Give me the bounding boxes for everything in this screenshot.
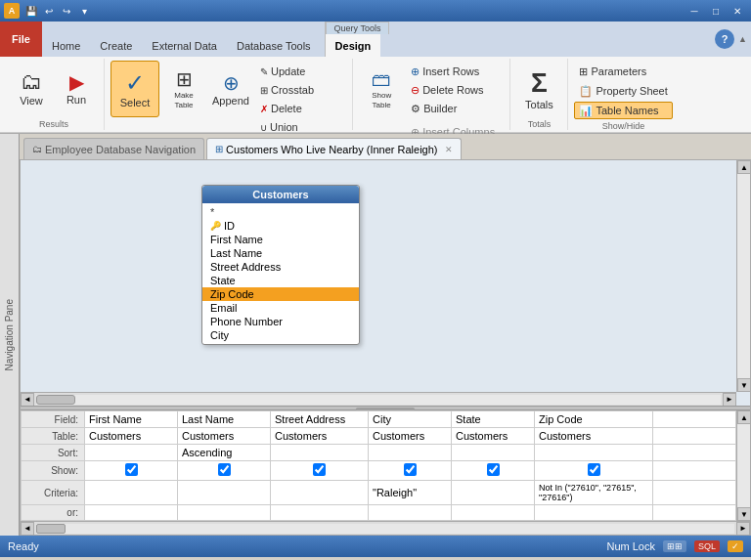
tab-employee-nav[interactable]: 🗂 Employee Database Navigation xyxy=(23,138,204,159)
make-table-button[interactable]: ⊞ MakeTable xyxy=(161,61,206,117)
status-icon-extra[interactable]: ✓ xyxy=(728,540,743,552)
cell-or-3[interactable] xyxy=(369,505,452,521)
navigation-pane[interactable]: Navigation Pane xyxy=(0,134,20,536)
minimize-button[interactable]: ─ xyxy=(685,3,704,19)
cell-sort-0[interactable] xyxy=(85,445,178,461)
cell-table-1[interactable]: Customers xyxy=(178,428,271,445)
qat-save[interactable]: 💾 xyxy=(23,3,39,19)
vscroll-up[interactable]: ▲ xyxy=(737,160,750,174)
cell-criteria-2[interactable] xyxy=(271,481,369,505)
qat-undo[interactable]: ↩ xyxy=(41,3,57,19)
cell-sort-4[interactable] xyxy=(452,445,535,461)
tab-external-data[interactable]: External Data xyxy=(142,34,227,57)
show-check-4[interactable] xyxy=(487,463,500,476)
field-zip-code[interactable]: Zip Code xyxy=(202,287,359,301)
view-button[interactable]: 🗂 View xyxy=(10,61,53,117)
field-email[interactable]: Email xyxy=(202,301,359,315)
grid-vscroll-down[interactable]: ▼ xyxy=(737,507,750,521)
grid-hscroll-left[interactable]: ◄ xyxy=(21,522,34,536)
show-check-2[interactable] xyxy=(313,463,326,476)
ribbon-collapse[interactable]: ▲ xyxy=(738,34,747,44)
grid-hscroll[interactable]: ◄ ► xyxy=(21,521,750,535)
cell-field-3[interactable]: City xyxy=(369,411,452,428)
help-button[interactable]: ? xyxy=(715,29,734,49)
hscroll-right[interactable]: ► xyxy=(723,393,736,407)
vscroll-down[interactable]: ▼ xyxy=(737,378,750,392)
field-asterisk[interactable]: * xyxy=(202,205,359,219)
cell-table-4[interactable]: Customers xyxy=(452,428,535,445)
cell-show-3[interactable] xyxy=(369,461,452,481)
show-check-1[interactable] xyxy=(218,463,231,476)
cell-field-2[interactable]: Street Address xyxy=(271,411,369,428)
tab-query-close[interactable]: ✕ xyxy=(445,145,453,154)
cell-field-4[interactable]: State xyxy=(452,411,535,428)
cell-criteria-3[interactable]: "Raleigh" xyxy=(369,481,452,505)
show-check-0[interactable] xyxy=(125,463,138,476)
delete-rows-button[interactable]: ⊖ Delete Rows xyxy=(406,81,504,99)
maximize-button[interactable]: □ xyxy=(706,3,726,19)
cell-table-3[interactable]: Customers xyxy=(369,428,452,445)
tab-file[interactable]: File xyxy=(0,22,42,57)
canvas-vscroll[interactable]: ▲ ▼ xyxy=(736,160,750,392)
status-icon-grid[interactable]: ⊞⊞ xyxy=(663,540,686,552)
cell-show-5[interactable] xyxy=(535,461,653,481)
cell-sort-5[interactable] xyxy=(535,445,653,461)
builder-button[interactable]: ⚙ Builder xyxy=(406,100,504,117)
cell-sort-2[interactable] xyxy=(271,445,369,461)
cell-criteria-1[interactable] xyxy=(178,481,271,505)
tab-query[interactable]: ⊞ Customers Who Live Nearby (Inner Ralei… xyxy=(206,138,461,159)
cell-field-5[interactable]: Zip Code xyxy=(535,411,653,428)
append-button[interactable]: ⊕ Append xyxy=(208,61,253,117)
grid-hscroll-right[interactable]: ► xyxy=(736,522,750,536)
canvas-hscroll[interactable]: ◄ ► xyxy=(21,392,736,406)
cell-criteria-4[interactable] xyxy=(452,481,535,505)
field-state[interactable]: State xyxy=(202,274,359,287)
close-button[interactable]: ✕ xyxy=(728,3,747,19)
field-last-name[interactable]: Last Name xyxy=(202,246,359,260)
crosstab-button[interactable]: ⊞ Crosstab xyxy=(255,81,346,99)
tab-database-tools[interactable]: Database Tools xyxy=(227,34,321,57)
cell-or-5[interactable] xyxy=(535,505,653,521)
show-table-button[interactable]: 🗃 ShowTable xyxy=(359,61,404,117)
resize-handle[interactable] xyxy=(21,406,750,410)
tab-design[interactable]: Design xyxy=(326,34,381,57)
cell-or-1[interactable] xyxy=(178,505,271,521)
select-button[interactable]: ✓ Select xyxy=(110,61,159,117)
cell-or-4[interactable] xyxy=(452,505,535,521)
property-sheet-button[interactable]: 📋 Property Sheet xyxy=(574,82,672,100)
qat-redo[interactable]: ↪ xyxy=(59,3,74,19)
run-button[interactable]: ▶ Run xyxy=(55,61,98,117)
table-names-button[interactable]: 📊 Table Names xyxy=(574,102,672,119)
tab-create[interactable]: Create xyxy=(90,34,142,57)
insert-rows-button[interactable]: ⊕ Insert Rows xyxy=(406,63,504,80)
status-icon-sql[interactable]: SQL xyxy=(694,540,720,552)
grid-vscroll[interactable]: ▲ ▼ xyxy=(736,410,750,521)
cell-sort-3[interactable] xyxy=(369,445,452,461)
field-id[interactable]: 🔑 ID xyxy=(202,219,359,233)
field-phone-number[interactable]: Phone Number xyxy=(202,315,359,328)
field-first-name[interactable]: First Name xyxy=(202,233,359,246)
parameters-button[interactable]: ⊞ Parameters xyxy=(574,63,672,80)
cell-or-0[interactable] xyxy=(85,505,178,521)
delete-button[interactable]: ✗ Delete xyxy=(255,100,346,117)
cell-criteria-0[interactable] xyxy=(85,481,178,505)
cell-show-4[interactable] xyxy=(452,461,535,481)
cell-table-0[interactable]: Customers xyxy=(85,428,178,445)
qat-dropdown[interactable]: ▾ xyxy=(76,3,92,19)
cell-table-2[interactable]: Customers xyxy=(271,428,369,445)
cell-show-0[interactable] xyxy=(85,461,178,481)
show-check-5[interactable] xyxy=(588,463,600,476)
grid-scroll-area[interactable]: Field: First Name Last Name Street Addre… xyxy=(21,410,736,521)
cell-show-1[interactable] xyxy=(178,461,271,481)
update-button[interactable]: ✎ Update xyxy=(255,63,346,80)
cell-table-5[interactable]: Customers xyxy=(535,428,653,445)
tab-home[interactable]: Home xyxy=(42,34,90,57)
cell-sort-1[interactable]: Ascending xyxy=(178,445,271,461)
cell-field-empty[interactable] xyxy=(653,411,736,428)
show-check-3[interactable] xyxy=(404,463,417,476)
cell-criteria-5[interactable]: Not In ("27610", "27615", "27616") xyxy=(535,481,653,505)
field-city[interactable]: City xyxy=(202,328,359,342)
field-street-address[interactable]: Street Address xyxy=(202,260,359,274)
cell-field-1[interactable]: Last Name xyxy=(178,411,271,428)
cell-show-2[interactable] xyxy=(271,461,369,481)
